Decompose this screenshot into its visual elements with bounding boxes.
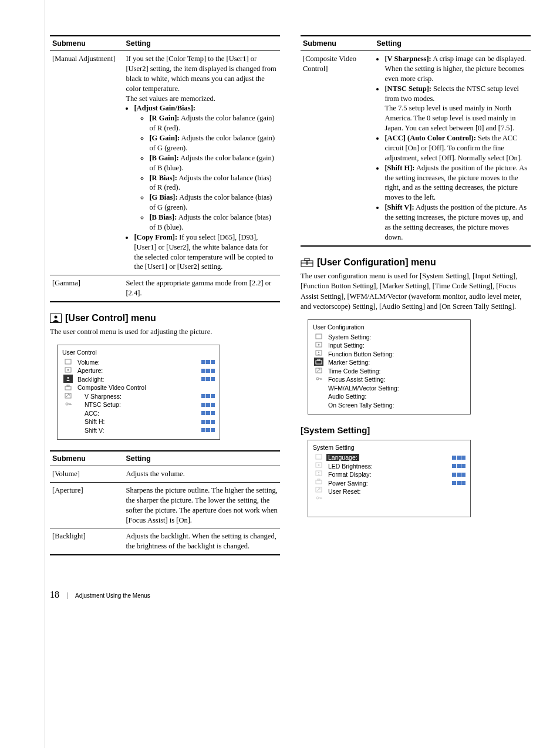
- osd-row: Function Button Setting:: [328, 350, 465, 359]
- list-item: [B Gain]: Adjusts the color balance (gai…: [149, 153, 278, 173]
- osd-row-label: LED Brightness:: [328, 463, 373, 470]
- osd-row: Shift V:: [77, 426, 215, 435]
- osd-toolbox-icon: [64, 384, 72, 391]
- osd-row: Volume:: [77, 358, 215, 367]
- osd-title: User Configuration: [313, 324, 465, 331]
- label-bold: [G Bias]:: [149, 193, 177, 201]
- label-bold: [NTSC Setup]:: [384, 85, 431, 93]
- table-row: [Composite Video Control] [V Sharpness]:…: [301, 51, 531, 246]
- list-item: [Shift H]: Adjusts the position of the p…: [384, 163, 528, 203]
- svg-rect-18: [316, 360, 322, 364]
- osd-arrow-icon: [64, 392, 72, 399]
- list-item: [ACC] (Auto Color Control): Sets the ACC…: [384, 133, 528, 163]
- value-indicator-icon: [201, 369, 215, 373]
- osd-row: Shift H:: [77, 417, 215, 426]
- osd-row: WFM/ALM/Vector Setting:: [328, 384, 465, 393]
- osd-row-list: Language:LED Brightness:Format Display:P…: [325, 453, 465, 512]
- osd-title: System Setting: [313, 444, 465, 451]
- value-indicator-icon: [201, 428, 215, 432]
- svg-rect-6: [65, 386, 71, 390]
- osd-row: V Sharpness:: [77, 392, 215, 401]
- col-header-submenu: Submenu: [50, 451, 123, 466]
- osd-user-control: User Control Volume:Aperture:Backlight:C…: [57, 345, 220, 440]
- svg-rect-7: [67, 385, 69, 386]
- label-bold: [B Bias]:: [149, 213, 177, 221]
- value-indicator-icon: [201, 411, 215, 415]
- osd-row: Focus Assist Setting:: [328, 375, 465, 384]
- osd-toolbox-icon: [315, 478, 323, 485]
- osd-row-label: NTSC Setup:: [77, 401, 121, 408]
- setting-text: When the setting is higher, the picture …: [384, 65, 524, 83]
- svg-point-24: [318, 464, 320, 466]
- svg-point-15: [318, 343, 320, 345]
- label-bold: [R Gain]:: [149, 114, 179, 122]
- heading-user-configuration: [User Configuration] menu: [301, 257, 531, 268]
- osd-row: Time Code Setting:: [328, 367, 465, 376]
- osd-row: Backlight:: [77, 375, 215, 384]
- osd-person-icon: [315, 470, 323, 477]
- osd-row-label: User Reset:: [328, 488, 360, 495]
- label-bold: [R Bias]:: [149, 174, 177, 182]
- osd-icon-strip: [313, 453, 325, 512]
- user-control-desc: The user control menu is used for adjust…: [50, 327, 280, 338]
- svg-point-1: [55, 316, 58, 319]
- list-item: [NTSC Setup]: Selects the NTSC setup lev…: [384, 84, 528, 133]
- right-column: Submenu Setting [Composite Video Control…: [301, 35, 531, 566]
- osd-user-configuration: User Configuration System Setting:Input …: [308, 319, 471, 415]
- table-user-control: Submenu Setting [Volume] Adjusts the vol…: [50, 450, 280, 555]
- col-header-setting: Setting: [123, 36, 280, 51]
- osd-row: Marker Setting:: [328, 358, 465, 367]
- svg-point-9: [66, 403, 68, 405]
- svg-point-30: [316, 497, 319, 499]
- osd-row-label: Composite Video Control: [77, 384, 146, 391]
- svg-point-5: [68, 377, 69, 379]
- label-bold: [Adjust Gain/Bias]:: [134, 104, 195, 112]
- table-composite-video: Submenu Setting [Composite Video Control…: [301, 35, 531, 247]
- list-item: [Shift V]: Adjusts the position of the p…: [384, 203, 528, 242]
- submenu-cell: [Aperture]: [50, 482, 123, 528]
- osd-row: On Screen Tally Setting:: [328, 401, 465, 410]
- toolbox-icon: [301, 258, 313, 267]
- list-item: [G Bias]: Adjusts the color balance (bia…: [149, 193, 278, 213]
- setting-text: A crisp image can be displayed.: [431, 55, 526, 63]
- osd-row-label: Format Display:: [328, 471, 372, 478]
- svg-rect-11: [305, 258, 309, 261]
- osd-brightness-icon: [64, 358, 72, 365]
- person-box-icon: [50, 314, 62, 323]
- osd-row-label: Power Saving:: [328, 480, 368, 487]
- setting-cell: [V Sharpness]: A crisp image can be disp…: [374, 51, 531, 246]
- osd-row: Input Setting:: [328, 341, 465, 350]
- svg-point-26: [318, 472, 319, 473]
- submenu-cell: [Backlight]: [50, 528, 123, 555]
- osd-toolbox-icon: [314, 358, 323, 366]
- osd-row-list: System Setting:Input Setting:Function Bu…: [325, 333, 465, 410]
- osd-row: ACC:: [77, 409, 215, 418]
- list-item: [R Gain]: Adjusts the color balance (gai…: [149, 113, 278, 133]
- svg-rect-13: [316, 334, 322, 339]
- setting-cell: Select the appropriate gamma mode from […: [123, 275, 280, 302]
- osd-arrow-icon: [315, 367, 323, 374]
- osd-row: Language:: [328, 453, 465, 462]
- submenu-cell: [Gamma]: [50, 275, 123, 302]
- osd-title: User Control: [62, 349, 215, 356]
- col-header-setting: Setting: [123, 451, 280, 466]
- setting-cell: If you set the [Color Temp] to the [User…: [123, 51, 280, 275]
- col-header-submenu: Submenu: [301, 36, 374, 51]
- setting-cell: Adjusts the volume.: [123, 466, 280, 483]
- svg-rect-2: [65, 359, 71, 364]
- value-indicator-icon: [201, 377, 215, 381]
- osd-row: NTSC Setup:: [77, 400, 215, 409]
- page-number: 18: [50, 589, 59, 600]
- user-config-desc: The user configuration menu is used for …: [301, 271, 531, 312]
- osd-row-label: On Screen Tally Setting:: [328, 402, 394, 409]
- value-indicator-icon: [201, 360, 215, 364]
- osd-row-label: Language:: [326, 454, 359, 461]
- value-indicator-icon: [452, 456, 465, 460]
- table-row: [Backlight] Adjusts the backlight. When …: [50, 528, 280, 555]
- heading-text: [User Control] menu: [65, 313, 156, 324]
- list-item: [Adjust Gain/Bias]: [R Gain]: Adjusts th…: [134, 103, 278, 232]
- label-bold: [Shift V]:: [384, 203, 414, 211]
- osd-row-label: Volume:: [77, 359, 100, 366]
- osd-row: Audio Setting:: [328, 392, 465, 401]
- value-indicator-icon: [452, 473, 465, 477]
